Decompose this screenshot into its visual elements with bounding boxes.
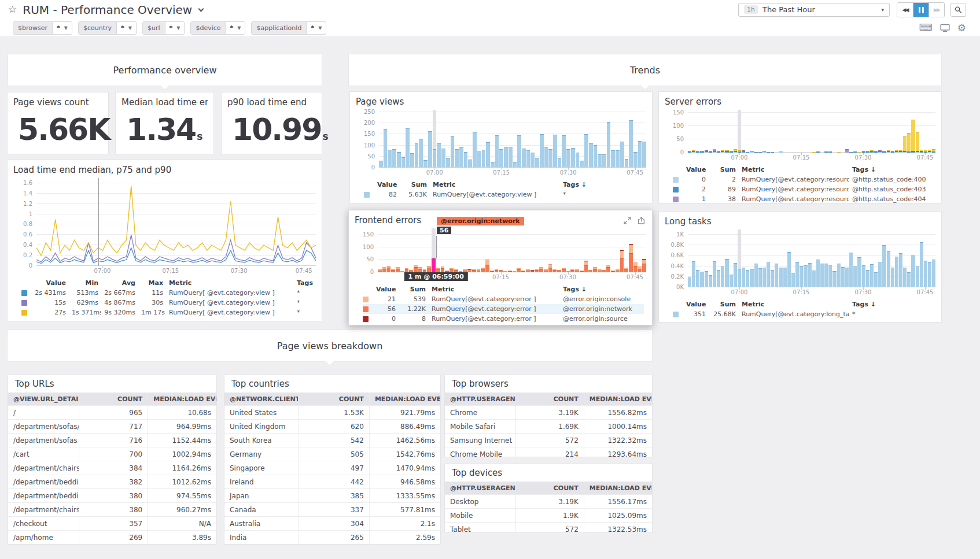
table-row[interactable]: Chrome3.19K1556.82ms <box>445 405 652 419</box>
bar[interactable] <box>692 229 695 287</box>
bar[interactable] <box>467 228 471 272</box>
table-column-header[interactable]: MEDIAN:LOAD EVENT <box>584 393 652 405</box>
title-chevron-down-icon[interactable] <box>198 6 204 12</box>
bar[interactable] <box>887 110 890 153</box>
bar[interactable] <box>812 110 816 153</box>
bar[interactable] <box>616 110 620 168</box>
bar[interactable] <box>895 229 898 287</box>
bar[interactable] <box>857 110 861 153</box>
bar[interactable] <box>454 228 458 272</box>
bar[interactable] <box>750 229 753 287</box>
bar[interactable] <box>705 110 708 153</box>
legend-column-header[interactable]: Metric <box>739 166 849 173</box>
table-row[interactable]: /checkout357N/A <box>8 516 216 530</box>
table-row[interactable]: Mobile1.9K1025.09ms <box>445 508 652 522</box>
bar[interactable] <box>598 110 602 168</box>
bar[interactable] <box>485 228 489 272</box>
table-row[interactable]: Germany5051542.76ms <box>224 447 440 461</box>
bar[interactable] <box>738 110 741 153</box>
legend-column-header[interactable]: Value <box>373 286 399 293</box>
variable-url[interactable]: $url * ▼ <box>142 21 185 35</box>
bar[interactable] <box>548 110 552 168</box>
bar[interactable] <box>459 228 463 272</box>
bar[interactable] <box>767 229 770 287</box>
bar[interactable] <box>832 110 836 153</box>
legend-column-header[interactable]: Value <box>32 279 69 287</box>
bar[interactable] <box>853 110 857 153</box>
bar[interactable] <box>432 228 436 272</box>
plot-area[interactable] <box>379 110 646 168</box>
bar[interactable] <box>779 229 782 287</box>
bar[interactable] <box>924 229 927 287</box>
bar[interactable] <box>642 228 646 272</box>
bar[interactable] <box>642 110 646 168</box>
legend-row[interactable]: 27s1s 371ms9s 320ms1m 17sRumQuery[ @evt.… <box>21 308 314 317</box>
bar[interactable] <box>499 110 503 168</box>
bar[interactable] <box>932 229 935 287</box>
bar[interactable] <box>828 110 832 153</box>
bar[interactable] <box>544 110 548 168</box>
bar[interactable] <box>688 110 691 153</box>
bar[interactable] <box>779 110 782 153</box>
bar[interactable] <box>775 110 778 153</box>
legend-column-header[interactable]: Sum <box>709 301 739 308</box>
bar[interactable] <box>388 110 392 168</box>
bar[interactable] <box>903 110 907 153</box>
bar[interactable] <box>787 110 791 153</box>
bar[interactable] <box>907 229 911 287</box>
bar[interactable] <box>688 229 691 287</box>
bar[interactable] <box>451 110 455 168</box>
bar[interactable] <box>509 110 513 168</box>
bar[interactable] <box>602 228 606 272</box>
table-column-header[interactable]: MEDIAN:LOAD EVENT <box>584 482 652 494</box>
table-row[interactable]: United Kingdom620886.49ms <box>224 419 440 433</box>
bar[interactable] <box>391 228 395 272</box>
bar[interactable] <box>734 110 737 153</box>
legend-row[interactable]: 138RumQuery[@evt.category:resource @http… <box>673 194 933 204</box>
bar[interactable] <box>771 229 774 287</box>
bar[interactable] <box>750 110 753 153</box>
table-column-header[interactable]: @NETWORK.CLIENT.GI <box>224 393 298 405</box>
bar[interactable] <box>602 110 606 168</box>
bar[interactable] <box>423 110 428 168</box>
table-column-header[interactable]: COUNT <box>298 393 369 405</box>
bar[interactable] <box>849 229 853 287</box>
group-page-views-breakdown[interactable]: Page views breakdown <box>7 330 653 362</box>
table-row[interactable]: /department/chairs3841164.26ms <box>8 461 216 475</box>
bar[interactable] <box>401 110 406 168</box>
bar[interactable] <box>808 229 812 287</box>
bar[interactable] <box>758 110 762 153</box>
keyboard-shortcuts-icon[interactable]: ⌨ <box>919 23 933 32</box>
table-column-header[interactable]: COUNT <box>515 393 584 405</box>
widget-top-countries[interactable]: Top countries @NETWORK.CLIENT.GICOUNTMED… <box>224 375 441 545</box>
bar[interactable] <box>730 110 733 153</box>
bar[interactable] <box>638 110 642 168</box>
bar[interactable] <box>521 228 525 272</box>
bar[interactable] <box>540 110 544 168</box>
bar[interactable] <box>400 228 404 272</box>
bar[interactable] <box>775 229 778 287</box>
bar[interactable] <box>620 110 624 168</box>
bar[interactable] <box>557 228 561 272</box>
bar[interactable] <box>717 229 720 287</box>
table-row[interactable]: South Korea5421462.56ms <box>224 433 440 447</box>
bar[interactable] <box>607 110 611 168</box>
bar[interactable] <box>378 228 382 272</box>
widget-long-tasks-chart[interactable]: Long tasks 0K0.2K0.4K0.6K0.8K1K 07:0007:… <box>658 211 942 323</box>
bar[interactable] <box>866 110 870 153</box>
table-row[interactable]: /department/sofas/pro717964.99ms <box>8 419 216 433</box>
bar[interactable] <box>870 110 874 153</box>
bar[interactable] <box>791 110 795 153</box>
bar[interactable] <box>481 228 485 272</box>
bar[interactable] <box>513 228 517 272</box>
bar[interactable] <box>878 110 882 153</box>
table-row[interactable]: Mobile Safari1.69K1000.14ms <box>445 419 652 433</box>
bar[interactable] <box>812 229 816 287</box>
bar[interactable] <box>882 229 886 287</box>
widget-top-urls[interactable]: Top URLs @VIEW.URL_DETAILS.ICOUNTMEDIAN:… <box>8 375 217 545</box>
bar[interactable] <box>795 229 799 287</box>
table-row[interactable]: Japan3851333.55ms <box>224 488 440 502</box>
table-row[interactable]: India2652.59s <box>224 530 440 544</box>
bar[interactable] <box>928 110 931 153</box>
bar[interactable] <box>808 110 812 153</box>
